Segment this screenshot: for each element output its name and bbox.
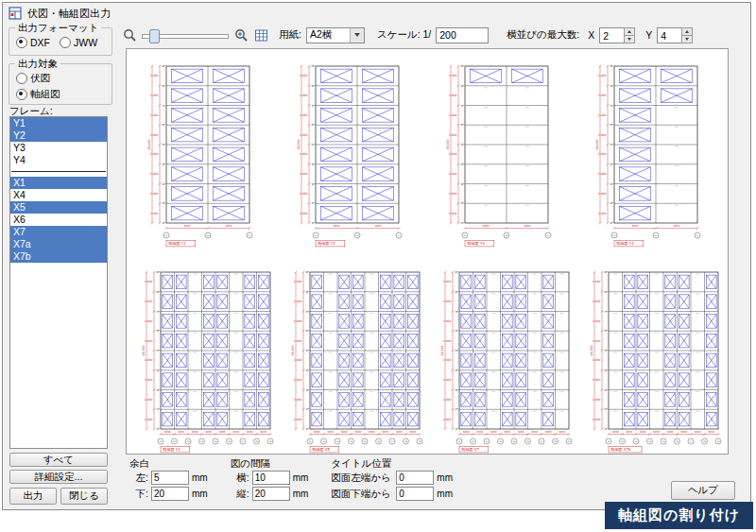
svg-text:3,000: 3,000 [150, 113, 159, 117]
radio-dxf-label: DXF [30, 37, 50, 48]
zoom-slider[interactable] [142, 28, 229, 42]
y-count-label: Y [645, 29, 652, 41]
svg-text:3,000: 3,000 [598, 94, 607, 97]
frame-list-item-X7[interactable]: X7 [10, 226, 107, 238]
radio-dxf-circle[interactable] [16, 37, 27, 48]
y-count-value[interactable]: 4 [657, 27, 681, 43]
svg-text:6F: 6F [461, 123, 465, 127]
svg-text:6000: 6000 [483, 225, 490, 228]
svg-text:軸組図 X5: 軸組図 X5 [313, 447, 331, 452]
frame-list-item-X7b[interactable]: X7b [10, 250, 107, 263]
help-button[interactable]: ヘルプ [671, 481, 735, 500]
x-count-spinner[interactable]: 2 [599, 27, 635, 43]
x-count-value[interactable]: 2 [599, 27, 624, 43]
svg-text:3,000: 3,000 [294, 280, 302, 283]
title-bar[interactable]: 伏図・軸組図出力 [3, 3, 750, 24]
svg-text:3,000: 3,000 [145, 418, 153, 421]
svg-text:4F: 4F [461, 163, 465, 166]
y-count-up-button[interactable] [681, 27, 693, 36]
frame-list-item-X4[interactable]: X4 [10, 189, 107, 201]
frame-list-item-X6[interactable]: X6 [10, 214, 107, 226]
frame-list-item-X7a[interactable]: X7a [10, 238, 107, 250]
sidebar: 出力フォーマット DXF JWW 出力対象 伏図 [9, 20, 114, 507]
svg-text:2F: 2F [163, 201, 166, 205]
svg-text:3,000: 3,000 [145, 358, 153, 362]
svg-text:3,000: 3,000 [449, 192, 457, 196]
svg-text:3,000: 3,000 [300, 113, 308, 117]
title-from-left-unit: mm [437, 472, 453, 483]
spacing-v-input[interactable] [252, 487, 290, 501]
svg-text:3,000: 3,000 [443, 280, 452, 283]
preview-page[interactable]: 3,0003,0003,0003,0003,0003,0003,0003,000… [126, 48, 729, 455]
svg-text:2F: 2F [306, 407, 310, 411]
radio-option-jikugumizu[interactable]: 軸組図 [16, 88, 112, 101]
svg-text:3,000: 3,000 [150, 192, 159, 196]
svg-text:6000: 6000 [314, 431, 320, 434]
svg-text:6000: 6000 [205, 431, 212, 434]
toolbar: 用紙: A2横 スケール: 1/ 横並びの最大数: X 2 Y 4 [122, 26, 746, 44]
svg-text:24,000: 24,000 [446, 139, 450, 149]
svg-text:6000: 6000 [531, 431, 538, 434]
y-count-spinner[interactable]: 4 [657, 27, 693, 43]
radio-option-fuzu[interactable]: 伏図 [16, 72, 112, 85]
output-target-group: 出力対象 伏図 軸組図 [9, 63, 112, 105]
radio-fuzu-circle[interactable] [16, 73, 27, 84]
scale-input[interactable] [436, 27, 489, 43]
detail-settings-button[interactable]: 詳細設定... [9, 470, 108, 484]
spacing-h-input[interactable] [252, 471, 290, 485]
svg-text:6000: 6000 [232, 431, 239, 434]
zoom-out-icon[interactable] [122, 27, 137, 43]
svg-text:3F: 3F [157, 388, 161, 392]
svg-text:3F: 3F [605, 388, 609, 392]
radio-option-dxf[interactable]: DXF [16, 37, 50, 48]
svg-text:3,000: 3,000 [443, 339, 452, 343]
zoom-in-icon[interactable] [233, 27, 249, 43]
margin-group: 余白 左: mm 下: mm [129, 457, 208, 506]
x-count-up-button[interactable] [624, 27, 635, 36]
svg-text:8F: 8F [461, 84, 465, 88]
paper-size-dropdown-button[interactable] [350, 28, 364, 43]
svg-text:8F: 8F [605, 290, 609, 294]
frame-list-item-Y1[interactable]: Y1 [10, 117, 107, 129]
svg-text:6000: 6000 [334, 225, 340, 228]
radio-option-jww[interactable]: JWW [60, 37, 97, 48]
frame-list-item-X1[interactable]: X1 [10, 177, 107, 189]
spacing-v-row: 縦: mm [231, 486, 309, 502]
frame-list-item-Y2[interactable]: Y2 [10, 129, 107, 142]
title-from-bottom-input[interactable] [396, 487, 434, 501]
page-grid-icon[interactable] [253, 27, 268, 43]
svg-text:6000: 6000 [354, 431, 361, 434]
title-from-bottom-unit: mm [437, 489, 453, 499]
frame-list-item-X5[interactable]: X5 [10, 201, 107, 214]
svg-text:2F: 2F [605, 407, 609, 411]
svg-text:7F: 7F [610, 104, 614, 108]
radio-jikugumizu-circle[interactable] [16, 89, 27, 100]
radio-jww-circle[interactable] [60, 37, 71, 48]
svg-text:8F: 8F [306, 290, 310, 294]
svg-text:7F: 7F [157, 310, 161, 314]
svg-text:24,000: 24,000 [147, 139, 151, 149]
zoom-slider-thumb[interactable] [149, 29, 160, 43]
svg-text:6000: 6000 [327, 431, 334, 434]
output-button[interactable]: 出力 [9, 488, 57, 505]
close-button[interactable]: 閉じる [60, 488, 108, 505]
x-count-down-button[interactable] [624, 36, 635, 43]
select-all-button[interactable]: すべて [9, 453, 108, 467]
frame-list-item-Y3[interactable]: Y3 [10, 142, 107, 154]
frame-list-item-Y4[interactable]: Y4 [10, 154, 107, 166]
svg-text:3,000: 3,000 [443, 319, 452, 323]
frame-list[interactable]: Y1Y2Y3Y4X1X4X5X6X7X7aX7b [9, 116, 108, 449]
svg-text:6000: 6000 [518, 431, 524, 434]
svg-text:3,000: 3,000 [300, 94, 308, 97]
svg-text:RF: RF [305, 270, 309, 274]
margin-bottom-input[interactable] [151, 487, 189, 501]
paper-size-select[interactable]: A2横 [306, 27, 365, 43]
margin-bottom-unit: mm [192, 489, 208, 499]
svg-text:24,000: 24,000 [595, 139, 599, 149]
y-count-down-button[interactable] [681, 36, 693, 43]
scale-label: スケール: 1/ [377, 28, 431, 42]
svg-text:3,000: 3,000 [598, 113, 607, 117]
svg-text:7F: 7F [312, 104, 316, 108]
margin-left-input[interactable] [151, 471, 189, 485]
title-from-left-input[interactable] [396, 471, 434, 485]
